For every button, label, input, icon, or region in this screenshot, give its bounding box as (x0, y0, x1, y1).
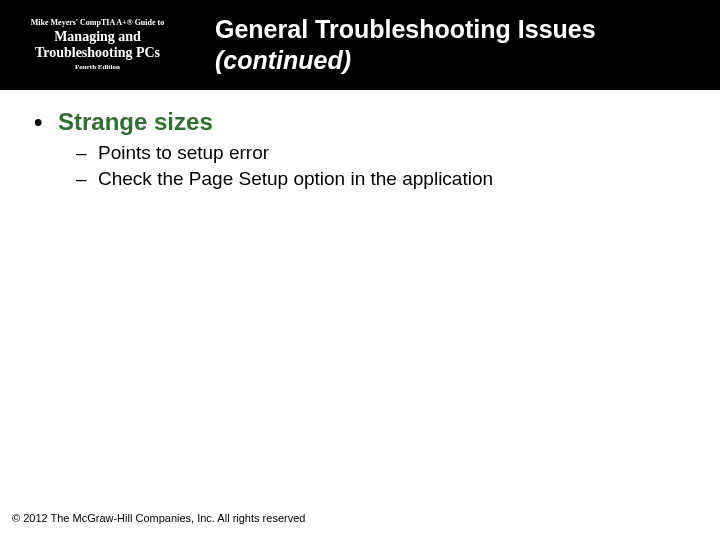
bullet-item: Strange sizes Points to setup error Chec… (32, 108, 688, 191)
title-block: General Troubleshooting Issues (continue… (195, 0, 720, 90)
slide-title-main: General Troubleshooting Issues (215, 15, 596, 43)
slide-body: Strange sizes Points to setup error Chec… (0, 90, 720, 191)
sub-bullet-item: Points to setup error (76, 140, 688, 166)
slide: Mike Meyers' CompTIA A+® Guide to Managi… (0, 0, 720, 540)
sub-bullet-list: Points to setup error Check the Page Set… (58, 140, 688, 191)
copyright-footer: © 2012 The McGraw-Hill Companies, Inc. A… (12, 512, 305, 524)
sub-bullet-item: Check the Page Setup option in the appli… (76, 166, 688, 192)
slide-header: Mike Meyers' CompTIA A+® Guide to Managi… (0, 0, 720, 90)
bullet-text: Strange sizes (58, 108, 213, 135)
book-title: Managing and Troubleshooting PCs (6, 29, 189, 61)
book-series-line: Mike Meyers' CompTIA A+® Guide to (6, 18, 189, 28)
slide-title-continued: (continued) (215, 46, 351, 74)
book-edition: Fourth Edition (6, 63, 189, 71)
bullet-list: Strange sizes Points to setup error Chec… (32, 108, 688, 191)
book-info: Mike Meyers' CompTIA A+® Guide to Managi… (0, 0, 195, 90)
slide-title: General Troubleshooting Issues (continue… (215, 14, 596, 77)
